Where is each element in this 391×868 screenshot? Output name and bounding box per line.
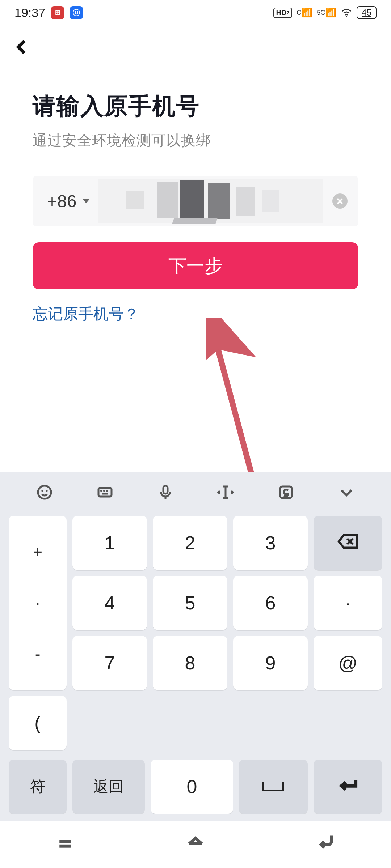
emoji-icon[interactable] <box>35 483 54 501</box>
plus-label: + <box>33 543 42 561</box>
backspace-key[interactable] <box>314 516 382 570</box>
main-content: 请输入原手机号 通过安全环境检测可以换绑 +86 下一步 忘记原手机号？ <box>0 58 391 324</box>
return-key[interactable]: 返回 <box>72 760 145 814</box>
page-subtitle: 通过安全环境检测可以换绑 <box>33 131 358 150</box>
signal-5g-icon: 5G📶 <box>317 8 336 18</box>
svg-rect-11 <box>163 486 168 494</box>
side-symbols-key[interactable]: + · - <box>9 516 67 690</box>
next-button-label: 下一步 <box>168 254 223 278</box>
key-middot[interactable]: · <box>314 576 382 630</box>
mic-icon[interactable] <box>156 483 175 501</box>
key-3[interactable]: 3 <box>233 516 308 570</box>
app-badge-blue-icon: ⓤ <box>70 6 83 19</box>
home-button[interactable] <box>186 834 205 855</box>
chevron-down-icon[interactable] <box>83 199 89 203</box>
enter-icon <box>337 776 358 797</box>
minus-label: - <box>35 645 41 663</box>
battery-icon: 45 <box>357 6 377 19</box>
key-8[interactable]: 8 <box>153 636 227 690</box>
keyboard-icon[interactable] <box>96 483 114 501</box>
backspace-icon <box>337 532 358 554</box>
back-button[interactable] <box>11 36 33 58</box>
country-code[interactable]: +86 <box>47 191 76 211</box>
back-nav-button[interactable] <box>316 834 336 855</box>
svg-point-3 <box>38 486 51 499</box>
key-at[interactable]: @ <box>314 636 382 690</box>
space-icon <box>262 782 284 791</box>
svg-point-4 <box>42 490 43 492</box>
keyboard-bottom-row: 符 返回 0 <box>0 760 391 814</box>
page-title: 请输入原手机号 <box>33 90 358 122</box>
key-6[interactable]: 6 <box>233 576 308 630</box>
status-left: 19:37 ⊞ ⓤ <box>14 6 83 20</box>
app-badge-icon: ⊞ <box>51 6 64 19</box>
dot-label: · <box>35 594 40 612</box>
symbol-key[interactable]: 符 <box>9 760 67 814</box>
wifi-icon <box>341 7 352 18</box>
recent-apps-button[interactable] <box>55 834 75 855</box>
key-paren[interactable]: ( <box>9 696 67 750</box>
svg-rect-6 <box>98 488 112 497</box>
system-nav-bar <box>0 821 391 868</box>
status-time: 19:37 <box>14 6 45 20</box>
sogou-icon[interactable] <box>277 483 295 501</box>
key-0[interactable]: 0 <box>151 760 233 814</box>
collapse-icon[interactable] <box>337 483 356 501</box>
cursor-icon[interactable] <box>216 483 235 501</box>
svg-point-5 <box>46 490 48 492</box>
next-button[interactable]: 下一步 <box>33 242 358 289</box>
forgot-phone-link[interactable]: 忘记原手机号？ <box>33 304 358 324</box>
signal-g-icon: G📶 <box>297 8 312 18</box>
key-5[interactable]: 5 <box>153 576 227 630</box>
key-4[interactable]: 4 <box>72 576 147 630</box>
numeric-keypad: + · - 1 2 3 4 5 6 · 7 8 9 @ ( <box>0 512 391 754</box>
status-right: HD2 G📶 5G📶 45 <box>273 6 377 19</box>
hd-icon: HD2 <box>273 8 293 18</box>
ime-keyboard: + · - 1 2 3 4 5 6 · 7 8 9 @ ( 符 返回 0 <box>0 472 391 821</box>
svg-point-0 <box>346 16 347 17</box>
key-2[interactable]: 2 <box>153 516 227 570</box>
space-key[interactable] <box>239 760 308 814</box>
nav-header <box>0 25 391 58</box>
key-7[interactable]: 7 <box>72 636 147 690</box>
enter-key[interactable] <box>314 760 382 814</box>
status-bar: 19:37 ⊞ ⓤ HD2 G📶 5G📶 45 <box>0 0 391 25</box>
ime-toolbar <box>0 472 391 512</box>
key-1[interactable]: 1 <box>72 516 147 570</box>
key-9[interactable]: 9 <box>233 636 308 690</box>
phone-input[interactable]: +86 <box>33 176 358 226</box>
clear-input-icon[interactable] <box>332 193 348 209</box>
phone-number-redacted[interactable] <box>98 176 332 226</box>
